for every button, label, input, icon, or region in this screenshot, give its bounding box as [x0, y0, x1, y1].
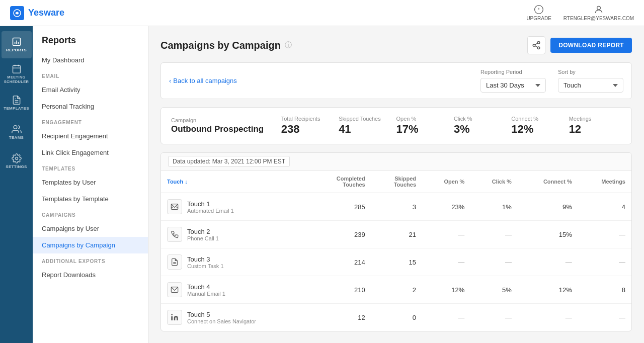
col-open-pct: Open %	[422, 170, 470, 193]
summary-campaign-col: Campaign Outbound Prospecting	[171, 117, 276, 134]
sidebar-item-recipient-engagement[interactable]: Recipient Engagement	[33, 128, 148, 144]
click-pct-2: —	[470, 248, 518, 276]
touch-type-icon-3	[167, 282, 182, 297]
open-pct-0: 23%	[422, 193, 470, 221]
sidebar-section-email: EMAIL	[33, 68, 148, 81]
touch-sub-4: Connect on Sales Navigator	[187, 318, 256, 324]
completed-touches-2: 214	[311, 248, 371, 276]
user-nav-item[interactable]: RTENGLER@YESWARE.COM	[564, 5, 634, 21]
sidebar-item-my-dashboard[interactable]: My Dashboard	[33, 52, 148, 68]
click-pct-1: —	[470, 221, 518, 248]
summary-total-recipients-value: 238	[281, 123, 334, 136]
icon-nav: REPORTS MEETING SCHEDULER TEMPLATES	[0, 26, 33, 343]
click-pct-4: —	[470, 304, 518, 331]
sidebar-item-report-downloads[interactable]: Report Downloads	[33, 267, 148, 283]
summary-campaign-name: Outbound Prospecting	[171, 124, 276, 134]
summary-campaign-label: Campaign	[171, 117, 276, 123]
sort-by-label: Sort by	[558, 69, 623, 75]
summary-skipped-touches-value: 41	[339, 123, 391, 136]
summary-meetings-label: Meetings	[569, 116, 621, 122]
table-header-row: Touch ↓ CompletedTouches SkippedTouches …	[161, 170, 631, 193]
sidebar-item-personal-tracking[interactable]: Personal Tracking	[33, 98, 148, 115]
connect-pct-0: 9%	[518, 193, 578, 221]
sidebar-item-templates-by-user[interactable]: Templates by User	[33, 174, 148, 191]
col-completed-touches: CompletedTouches	[311, 170, 371, 193]
sidebar: Reports My Dashboard EMAIL Email Activit…	[33, 26, 148, 343]
svg-point-7	[14, 126, 17, 129]
summary-meetings-value: 12	[569, 123, 621, 136]
sidebar-item-link-click-engagement[interactable]: Link Click Engagement	[33, 144, 148, 161]
col-click-pct: Click %	[470, 170, 518, 193]
page-title: Campaigns by Campaign	[160, 40, 281, 51]
open-pct-1: —	[422, 221, 470, 248]
sidebar-section-templates: TEMPLATES	[33, 161, 148, 174]
summary-click-pct-col: Click % 3%	[454, 116, 506, 136]
table-row: Touch 5 Connect on Sales Navigator 12 0 …	[161, 304, 631, 331]
top-nav: Yesware UPGRADE RTENGLER@YESWARE.COM	[0, 0, 644, 26]
col-touch[interactable]: Touch ↓	[161, 170, 311, 193]
table-row: Touch 2 Phone Call 1 239 21 — — 15% —	[161, 221, 631, 248]
icon-nav-teams[interactable]: TEAMS	[2, 119, 32, 146]
sort-by-select[interactable]: Touch Open % Click % Connect %	[558, 78, 623, 93]
icon-nav-reports[interactable]: REPORTS	[2, 31, 32, 58]
svg-point-18	[171, 314, 173, 315]
touch-type-icon-4	[167, 310, 182, 325]
reporting-period-group: Reporting Period Last 30 Days Last 7 Day…	[480, 69, 546, 93]
connect-pct-1: 15%	[518, 221, 578, 248]
summary-connect-pct-col: Connect % 12%	[511, 116, 564, 136]
logo[interactable]: Yesware	[10, 6, 64, 20]
click-pct-0: 1%	[470, 193, 518, 221]
summary-skipped-touches-label: Skipped Touches	[339, 116, 391, 122]
back-link-text: Back to all campaigns	[173, 77, 236, 84]
reporting-period-select[interactable]: Last 30 Days Last 7 Days Last 90 Days La…	[480, 78, 546, 93]
meetings-3: 8	[578, 276, 631, 304]
data-updated: Data updated: Mar 3, 2021 12:00 PM EST	[161, 153, 631, 170]
open-pct-2: —	[422, 248, 470, 276]
completed-touches-0: 285	[311, 193, 371, 221]
sidebar-item-templates-by-template[interactable]: Templates by Template	[33, 191, 148, 207]
icon-nav-templates[interactable]: TEMPLATES	[2, 90, 32, 117]
summary-row: Campaign Outbound Prospecting Total Reci…	[171, 116, 621, 136]
summary-click-pct-label: Click %	[454, 116, 506, 122]
skipped-touches-1: 21	[371, 221, 422, 248]
svg-point-8	[15, 157, 18, 160]
info-icon[interactable]: ⓘ	[285, 41, 292, 50]
upgrade-nav-item[interactable]: UPGRADE	[526, 5, 551, 21]
touch-name-1: Touch 2	[187, 228, 219, 235]
summary-skipped-touches-col: Skipped Touches 41	[339, 116, 391, 136]
back-link[interactable]: ‹ Back to all campaigns	[169, 77, 237, 84]
svg-point-2	[597, 6, 601, 10]
reporting-period-label: Reporting Period	[480, 69, 546, 75]
icon-nav-settings[interactable]: SETTINGS	[2, 148, 32, 175]
col-connect-pct: Connect %	[518, 170, 578, 193]
completed-touches-3: 210	[311, 276, 371, 304]
meetings-1: —	[578, 221, 631, 248]
summary-open-pct-label: Open %	[396, 116, 449, 122]
completed-touches-4: 12	[311, 304, 371, 331]
click-pct-3: 5%	[470, 276, 518, 304]
page-header: Campaigns by Campaign ⓘ DOWNLOAD REPORT	[160, 36, 632, 54]
skipped-touches-3: 2	[371, 276, 422, 304]
icon-nav-meeting-scheduler[interactable]: MEETING SCHEDULER	[2, 60, 32, 88]
sidebar-item-email-activity[interactable]: Email Activity	[33, 81, 148, 98]
summary-total-recipients-col: Total Recipients 238	[281, 116, 334, 136]
meetings-2: —	[578, 248, 631, 276]
svg-point-9	[537, 42, 540, 44]
download-report-button[interactable]: DOWNLOAD REPORT	[550, 38, 632, 53]
summary-open-pct-value: 17%	[396, 123, 449, 136]
table-row: Touch 4 Manual Email 1 210 2 12% 5% 12% …	[161, 276, 631, 304]
logo-icon	[10, 6, 24, 20]
svg-point-11	[537, 47, 540, 49]
meetings-4: —	[578, 304, 631, 331]
touch-name-3: Touch 4	[187, 283, 225, 291]
summary-meetings-col: Meetings 12	[569, 116, 621, 136]
sidebar-item-campaigns-by-user[interactable]: Campaigns by User	[33, 220, 148, 237]
col-skipped-touches: SkippedTouches	[371, 170, 422, 193]
share-button[interactable]	[527, 36, 545, 54]
svg-point-10	[533, 44, 535, 47]
nav-right: UPGRADE RTENGLER@YESWARE.COM	[526, 5, 634, 21]
sidebar-item-campaigns-by-campaign[interactable]: Campaigns by Campaign	[33, 237, 148, 253]
sort-by-group: Sort by Touch Open % Click % Connect %	[558, 69, 623, 93]
connect-pct-3: 12%	[518, 276, 578, 304]
filter-bar: ‹ Back to all campaigns Reporting Period…	[160, 62, 632, 99]
